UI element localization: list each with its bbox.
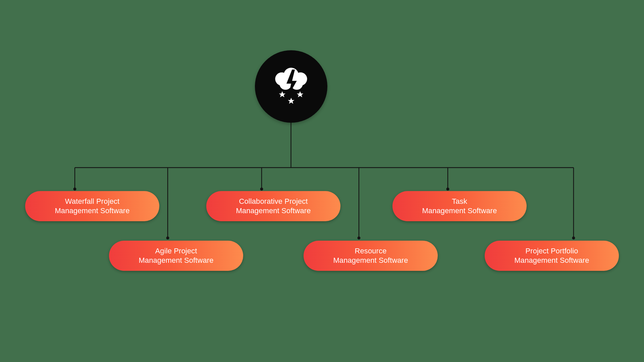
connector-dot — [166, 237, 169, 240]
node-label-line1: Project Portfolio — [526, 246, 578, 256]
connector-dot — [358, 237, 361, 240]
node-label-line1: Collaborative Project — [239, 197, 308, 206]
node-label-line2: Management Software — [55, 206, 129, 216]
node-label-line2: Management Software — [333, 256, 408, 265]
connector-dot — [260, 188, 263, 191]
node-label-line2: Management Software — [236, 206, 311, 216]
node-label-line1: Agile Project — [155, 246, 197, 256]
node-label-line2: Management Software — [422, 206, 497, 216]
connector-lines — [0, 0, 644, 362]
svg-marker-15 — [279, 91, 286, 97]
brainstorm-icon — [268, 63, 315, 110]
connector-dot — [446, 188, 449, 191]
svg-marker-17 — [288, 98, 294, 104]
node-label-line1: Task — [452, 197, 467, 206]
node-label-line1: Resource — [355, 246, 387, 256]
node-collaborative: Collaborative Project Management Softwar… — [206, 191, 340, 221]
node-waterfall: Waterfall Project Management Software — [25, 191, 159, 221]
svg-marker-16 — [297, 91, 304, 97]
node-label-line1: Waterfall Project — [65, 197, 119, 206]
node-label-line2: Management Software — [514, 256, 589, 265]
connector-dot — [572, 237, 575, 240]
node-agile: Agile Project Management Software — [109, 241, 243, 271]
node-label-line2: Management Software — [139, 256, 213, 265]
node-task: Task Management Software — [392, 191, 527, 221]
diagram-stage: Waterfall Project Management Software Co… — [0, 0, 644, 362]
node-portfolio: Project Portfolio Management Software — [485, 241, 619, 271]
connector-dot — [73, 188, 76, 191]
node-resource: Resource Management Software — [304, 241, 438, 271]
root-node — [255, 50, 327, 123]
